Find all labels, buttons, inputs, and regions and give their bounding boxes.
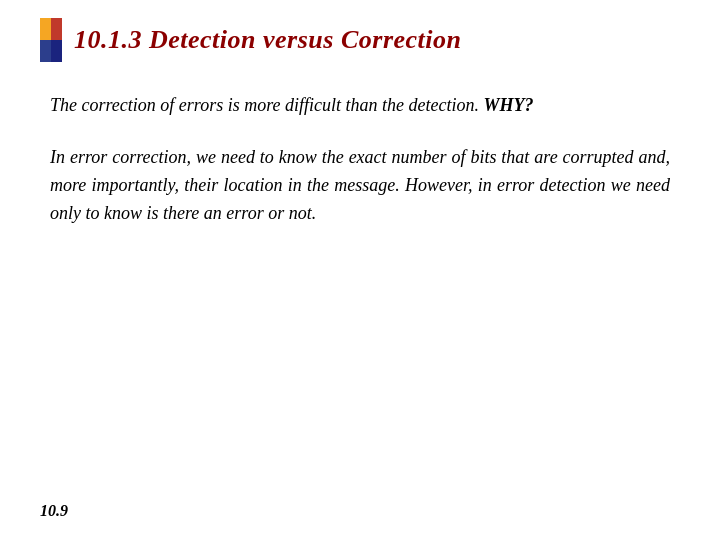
page-title: 10.1.3 Detection versus Correction [74,25,462,55]
paragraph-1-text: The correction of errors is more difficu… [50,95,483,115]
footer: 10.9 [40,502,68,520]
color-blocks-icon [40,18,62,62]
paragraph-1-why: WHY? [483,95,533,115]
header-section: 10.1.3 Detection versus Correction [40,18,680,62]
paragraph-2: In error correction, we need to know the… [50,144,670,228]
block-dark-blue [51,40,62,62]
page-number: 10.9 [40,502,68,519]
block-orange [40,18,51,40]
page-container: 10.1.3 Detection versus Correction The c… [0,0,720,540]
block-blue [40,40,51,62]
content-section: The correction of errors is more difficu… [40,92,680,228]
paragraph-1: The correction of errors is more difficu… [50,92,670,120]
block-red [51,18,62,40]
